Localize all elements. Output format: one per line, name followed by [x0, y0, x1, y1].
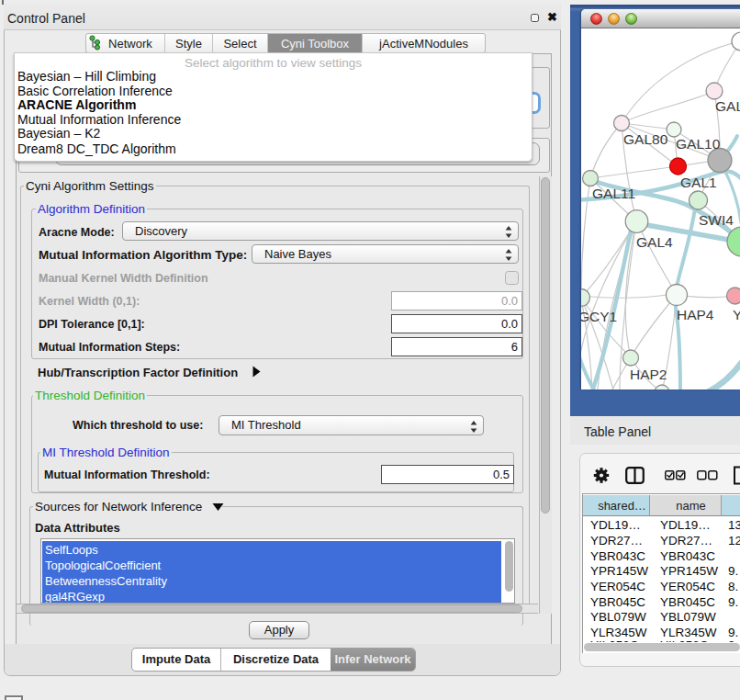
svg-text:GAL10: GAL10	[676, 136, 721, 152]
svg-text:GAL80: GAL80	[623, 131, 668, 147]
svg-text:GAL11: GAL11	[592, 186, 635, 201]
svg-text:GAL4: GAL4	[636, 234, 673, 250]
svg-text:GAL1: GAL1	[680, 175, 717, 190]
svg-text:GCY1: GCY1	[581, 309, 617, 324]
svg-text:HAP4: HAP4	[677, 307, 714, 322]
svg-text:HAP2: HAP2	[630, 367, 667, 382]
svg-text:Y: Y	[733, 307, 740, 322]
svg-text:GAL: GAL	[715, 98, 740, 114]
svg-text:SWI4: SWI4	[699, 212, 734, 228]
